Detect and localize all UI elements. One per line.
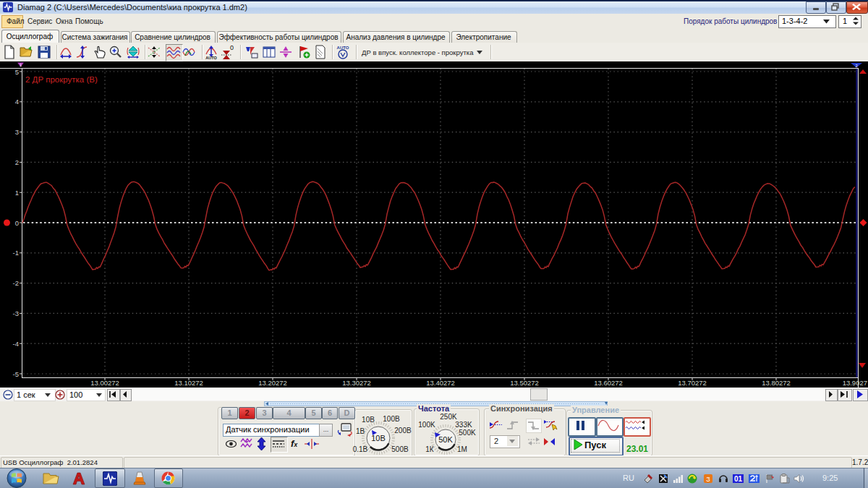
svg-text:-1: -1 — [13, 249, 19, 257]
svg-text:AUTO: AUTO — [205, 56, 217, 60]
svg-text:50K: 50K — [438, 435, 453, 444]
svg-text:AUTO: AUTO — [337, 46, 349, 50]
svg-text:2: 2 — [15, 158, 19, 166]
svg-text:01: 01 — [734, 475, 743, 483]
svg-text:13.9027: 13.9027 — [843, 379, 867, 387]
svg-text:1: 1 — [20, 63, 22, 67]
svg-text:-3: -3 — [13, 309, 19, 317]
svg-text:13.00272: 13.00272 — [90, 379, 119, 387]
svg-text:10В: 10В — [371, 434, 386, 442]
svg-text:0: 0 — [15, 219, 19, 227]
svg-text:13.60272: 13.60272 — [594, 379, 623, 387]
svg-text:13.40272: 13.40272 — [426, 379, 455, 387]
svg-text:-4: -4 — [13, 340, 19, 348]
svg-text:2: 2 — [855, 64, 857, 68]
svg-text:13.30272: 13.30272 — [342, 379, 371, 387]
svg-text:-5: -5 — [13, 370, 19, 378]
svg-text:13.20272: 13.20272 — [258, 379, 287, 387]
svg-text:13.70272: 13.70272 — [678, 379, 707, 387]
svg-text:13.10272: 13.10272 — [174, 379, 203, 387]
svg-text:1: 1 — [15, 189, 19, 197]
svg-text:13.80272: 13.80272 — [762, 379, 791, 387]
svg-text:5: 5 — [15, 68, 19, 76]
svg-text:3: 3 — [15, 128, 19, 136]
svg-text:-2: -2 — [13, 279, 19, 287]
svg-text:З: З — [706, 476, 710, 483]
svg-text:13.50272: 13.50272 — [510, 379, 539, 387]
svg-text:2 ДР прокрутка (В): 2 ДР прокрутка (В) — [25, 75, 98, 84]
svg-text:0: 0 — [230, 45, 234, 51]
svg-text:4: 4 — [15, 98, 19, 106]
